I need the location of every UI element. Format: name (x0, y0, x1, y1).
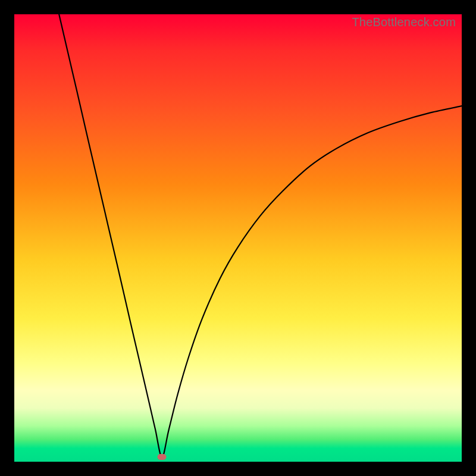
chart-frame: TheBottleneck.com (0, 0, 476, 476)
watermark-text: TheBottleneck.com (352, 15, 456, 29)
curve-path (59, 14, 462, 457)
plot-area: TheBottleneck.com (14, 14, 462, 462)
bottleneck-curve (14, 14, 462, 462)
optimum-marker (158, 454, 167, 460)
